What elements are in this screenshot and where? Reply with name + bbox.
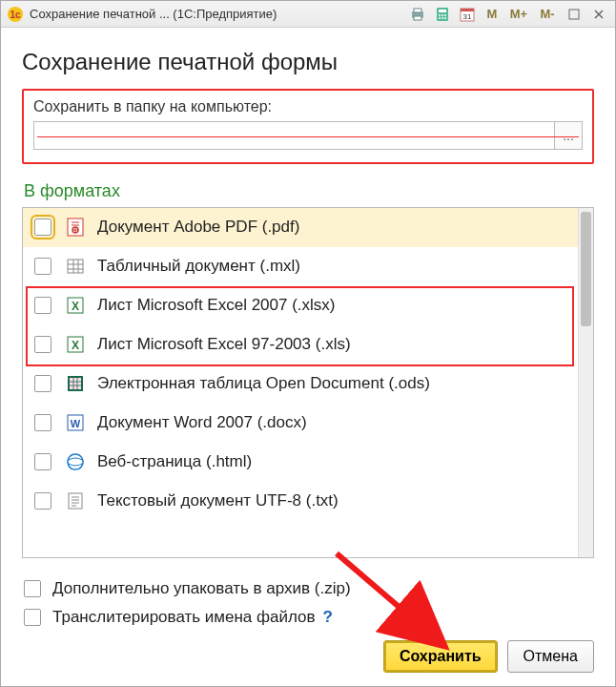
format-row-mxl[interactable]: Табличный документ (.mxl) (23, 247, 578, 286)
format-label: Документ Adobe PDF (.pdf) (97, 218, 299, 237)
minimize-button[interactable] (564, 5, 585, 24)
folder-group-highlight: Сохранить в папку на компьютер: ... (22, 89, 594, 164)
folder-label: Сохранить в папку на компьютер: (33, 98, 583, 115)
svg-rect-25 (70, 378, 81, 389)
zip-option[interactable]: Дополнительно упаковать в архив (.zip) (24, 579, 594, 598)
svg-text:1с: 1с (10, 10, 21, 20)
format-checkbox[interactable] (34, 414, 51, 431)
format-label: Табличный документ (.mxl) (97, 257, 300, 276)
format-row-xls[interactable]: XЛист Microsoft Excel 2007 (.xlsx) (23, 286, 578, 325)
doc-icon: W (65, 412, 86, 433)
format-row-txt[interactable]: Текстовый документ UTF-8 (.txt) (23, 482, 578, 521)
xls-icon: X (65, 295, 86, 316)
translit-label: Транслитерировать имена файлов (52, 608, 316, 627)
translit-checkbox[interactable] (24, 609, 41, 626)
format-checkbox[interactable] (34, 258, 51, 275)
svg-text:X: X (72, 339, 79, 352)
scrollbar-thumb[interactable] (581, 212, 591, 326)
footer-buttons: Сохранить Отмена (22, 636, 594, 673)
memory-mplus-button[interactable]: M+ (506, 5, 531, 24)
zip-label: Дополнительно упаковать в архив (.zip) (52, 579, 351, 598)
svg-rect-6 (439, 10, 446, 12)
format-row-pdf[interactable]: Документ Adobe PDF (.pdf) (23, 208, 578, 247)
svg-rect-3 (414, 9, 421, 12)
page-title: Сохранение печатной формы (22, 49, 594, 75)
help-icon[interactable]: ? (323, 608, 333, 627)
svg-point-11 (441, 17, 443, 19)
save-print-form-window: 1с Сохранение печатной ... (1С:Предприят… (0, 0, 616, 687)
format-checkbox[interactable] (34, 375, 51, 392)
txt-icon (65, 490, 86, 511)
format-row-doc[interactable]: WДокумент Word 2007 (.docx) (23, 404, 578, 443)
calendar-icon[interactable]: 31 (457, 5, 478, 24)
format-label: Лист Microsoft Excel 97-2003 (.xls) (97, 335, 351, 354)
svg-point-10 (439, 17, 441, 19)
format-label: Текстовый документ UTF-8 (.txt) (97, 491, 339, 510)
memory-m-button[interactable]: M (482, 5, 503, 24)
format-checkbox[interactable] (34, 336, 51, 353)
scrollbar-vertical[interactable] (578, 208, 593, 557)
format-row-xls[interactable]: XЛист Microsoft Excel 97-2003 (.xls) (23, 325, 578, 364)
format-checkbox[interactable] (34, 297, 51, 314)
svg-text:W: W (71, 418, 81, 429)
svg-text:31: 31 (463, 12, 472, 21)
save-button[interactable]: Сохранить (383, 640, 498, 673)
folder-input-row: ... (33, 121, 583, 150)
folder-input[interactable] (33, 121, 554, 150)
svg-rect-28 (69, 493, 82, 509)
xls-icon: X (65, 334, 86, 355)
svg-point-12 (444, 17, 446, 19)
format-checkbox[interactable] (34, 492, 51, 510)
cancel-button[interactable]: Отмена (507, 640, 594, 673)
svg-rect-16 (569, 10, 579, 19)
calc-icon[interactable] (432, 5, 453, 24)
svg-rect-14 (461, 9, 474, 11)
format-label: Электронная таблица Open Document (.ods) (97, 374, 430, 393)
svg-rect-19 (68, 260, 83, 273)
svg-point-9 (444, 14, 446, 16)
translit-option[interactable]: Транслитерировать имена файлов ? (24, 608, 594, 627)
print-icon[interactable] (407, 5, 428, 24)
titlebar: 1с Сохранение печатной ... (1С:Предприят… (1, 1, 615, 28)
svg-text:X: X (72, 300, 79, 313)
svg-rect-4 (414, 16, 421, 20)
window-title: Сохранение печатной ... (1С:Предприятие) (30, 7, 277, 21)
ods-icon (65, 373, 86, 394)
content-area: Сохранение печатной формы Сохранить в па… (1, 28, 615, 686)
mxl-icon (65, 256, 86, 277)
formats-listbox: Документ Adobe PDF (.pdf)Табличный докум… (22, 207, 594, 558)
format-checkbox[interactable] (34, 453, 51, 470)
format-row-html[interactable]: Веб-страница (.html) (23, 443, 578, 482)
annotation-underline (37, 136, 579, 137)
app-icon: 1с (7, 6, 24, 23)
svg-point-7 (439, 14, 441, 16)
options-area: Дополнительно упаковать в архив (.zip) Т… (22, 558, 594, 636)
formats-label: В форматах (24, 181, 594, 201)
format-row-ods[interactable]: Электронная таблица Open Document (.ods) (23, 364, 578, 404)
formats-list: Документ Adobe PDF (.pdf)Табличный докум… (23, 208, 578, 557)
browse-button[interactable]: ... (554, 121, 583, 150)
close-button[interactable] (588, 5, 609, 24)
pdf-icon (65, 217, 86, 238)
format-label: Лист Microsoft Excel 2007 (.xlsx) (97, 296, 336, 315)
format-label: Веб-страница (.html) (97, 452, 252, 471)
memory-mminus-button[interactable]: M- (535, 5, 560, 24)
format-checkbox[interactable] (34, 219, 51, 236)
html-icon (65, 451, 86, 472)
svg-point-8 (441, 14, 443, 16)
format-label: Документ Word 2007 (.docx) (97, 413, 307, 432)
zip-checkbox[interactable] (24, 580, 41, 597)
